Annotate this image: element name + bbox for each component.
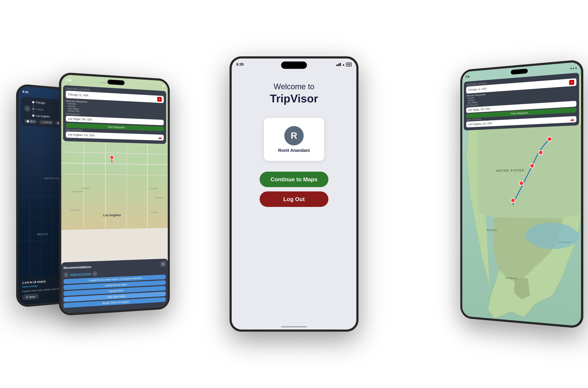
phone2-rec-panel: Recommendations ⚙ ‹ Hotels And Motels › …	[61, 259, 168, 314]
phone3-continue-button[interactable]: Continue to Maps	[260, 172, 328, 187]
phone2-nav-right[interactable]: ›	[92, 271, 97, 276]
phone3-signal	[336, 63, 341, 66]
phone4-dropdown-btn[interactable]: ▼	[569, 80, 574, 85]
phone3-home-indicator	[281, 326, 307, 327]
phone-2: Los Angeles Glendale Pasadena Alhambra B…	[59, 72, 170, 316]
svg-point-34	[511, 198, 515, 203]
phone3-wifi-icon: ▲	[342, 63, 345, 66]
phone4-gulf-label: Gulf of Mexico	[558, 241, 571, 243]
phone1-time: 8:41	[22, 90, 29, 94]
phone3-brand-name: TripVisor	[270, 92, 318, 105]
phone2-nav-left[interactable]: ‹	[64, 272, 68, 277]
phone4-mexico-label: Mexico	[487, 229, 497, 232]
phone3-avatar-letter: R	[291, 131, 297, 141]
phone3-time: 6:35	[236, 62, 244, 67]
phone1-destination: Los Angeles	[36, 114, 50, 118]
phone2-dropdown-btn[interactable]: ▼	[157, 97, 162, 102]
phone1-mx-label: Mexico	[37, 233, 48, 236]
phone2-top-panel: Starting Location Chicago, IL, USA ▼ Sel…	[63, 85, 166, 144]
phone1-steps-button[interactable]: ☰ Steps	[22, 293, 39, 300]
phone1-back-button[interactable]: ‹	[24, 105, 30, 112]
svg-point-33	[519, 181, 523, 185]
phone-2-screen: Los Angeles Glendale Pasadena Alhambra B…	[61, 74, 168, 314]
phone1-origin: Chicago	[36, 101, 45, 104]
phone2-downey: Downey	[151, 211, 158, 213]
svg-point-31	[539, 150, 543, 155]
phone3-battery: 4G	[346, 63, 352, 67]
phone3-content: Welcome to TripVisor R Ronit Anandani Co…	[232, 73, 356, 330]
phone2-la-label: Los Angeles	[103, 213, 121, 217]
phone3-user-name: Ronit Anandani	[278, 148, 310, 153]
svg-line-20	[61, 152, 168, 155]
phone2-glendale: Glendale	[81, 187, 90, 190]
phone2-notch	[108, 80, 124, 85]
phone2-pasadena: Pasadena	[149, 188, 158, 190]
phone2-car-icon: 🚗	[158, 136, 162, 139]
phone2-rec-title: Recommendations	[64, 265, 91, 269]
phone3-status-icons: ▲ 4G	[336, 63, 352, 67]
svg-point-32	[530, 164, 534, 168]
phone4-status-icons: ▲▲▲	[570, 66, 577, 70]
svg-line-21	[61, 163, 168, 165]
phone4-time: 7:0	[466, 75, 470, 79]
phone3-logout-label: Log Out	[283, 196, 305, 203]
phone2-status-icons	[162, 85, 164, 87]
phone2-rec-settings[interactable]: ⚙	[160, 261, 166, 267]
phone4-top-panel: Starting Location Chicago, IL, USA ▼ Sel…	[464, 73, 579, 131]
phone4-us-label: United States	[496, 169, 524, 172]
phone1-stat-duration: 🕐 30 hr	[24, 119, 37, 124]
phone1-stops: 3 stops	[36, 108, 44, 111]
scene: United States Mexico 8:41 ‹	[0, 0, 588, 388]
phone3-logout-button[interactable]: Log Out	[260, 192, 328, 207]
phone3-welcome-text: Welcome to	[273, 82, 314, 91]
phone1-stat-drive: 🚗 8 hr 55	[39, 120, 53, 125]
phone3-avatar-circle: R	[284, 126, 304, 146]
phone2-time: 7:50	[65, 78, 71, 82]
svg-line-22	[61, 174, 168, 175]
phone2-inglewood: Inglewood	[70, 209, 79, 211]
phone4-car-icon: 🚗	[570, 118, 574, 121]
phone-3-screen: 6:35 ▲ 4G Welcome to	[232, 58, 356, 330]
phone3-continue-label: Continue to Maps	[271, 176, 317, 183]
phone3-status-bar: 6:35 ▲ 4G	[232, 58, 356, 70]
phone-4-screen: Canada United States Mexico Guatemala Gu…	[462, 62, 581, 326]
phone3-avatar-card: R Ronit Anandani	[264, 118, 324, 161]
phone2-alhambra: Alhambra	[155, 196, 163, 198]
phone2-beverly: Beverly Hills	[72, 190, 83, 193]
phone-4: Canada United States Mexico Guatemala Gu…	[460, 59, 583, 329]
phone2-category[interactable]: Hotels And Motels	[70, 272, 91, 276]
phone-3-center: 6:35 ▲ 4G Welcome to	[229, 56, 359, 332]
svg-point-30	[547, 137, 552, 141]
